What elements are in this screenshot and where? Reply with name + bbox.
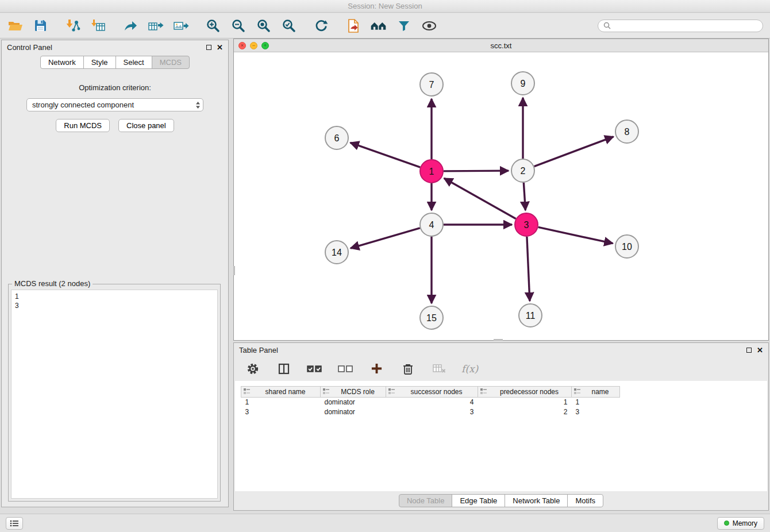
zoom-out-button[interactable] (230, 17, 247, 34)
table-row[interactable]: 1dominator411 (241, 398, 620, 407)
search-input[interactable] (614, 22, 757, 30)
refresh-icon (314, 18, 329, 33)
share-document-button[interactable] (345, 17, 361, 34)
delete-table-icon (432, 363, 446, 375)
window-titlebar: Session: New Session (0, 0, 770, 13)
export-network-button[interactable] (122, 17, 138, 34)
edge-1-2[interactable] (444, 171, 509, 171)
create-column-button[interactable] (368, 360, 385, 377)
splitter-handle-bottom[interactable] (494, 339, 503, 341)
tab-network[interactable]: Network (40, 56, 84, 69)
node-14[interactable]: 14 (325, 241, 348, 264)
memory-button[interactable]: Memory (717, 517, 764, 530)
table-cell[interactable]: 1 (478, 398, 572, 407)
node-table[interactable]: shared nameMCDS rolesuccessor nodesprede… (241, 386, 620, 417)
edge-3-10[interactable] (538, 227, 613, 243)
houses-button[interactable] (370, 17, 387, 34)
edge-3-11[interactable] (527, 237, 530, 301)
list-icon (10, 520, 19, 527)
float-panel-icon[interactable] (206, 45, 211, 50)
edge-2-3[interactable] (523, 183, 525, 210)
splitter-handle-left[interactable] (233, 266, 235, 275)
close-panel-icon[interactable]: ✕ (217, 44, 223, 51)
network-window: × − + scc.txt 7968124314101511 (233, 38, 769, 341)
refresh-layout-button[interactable] (313, 17, 329, 34)
window-minimize-button[interactable]: − (250, 42, 257, 49)
edge-1-6[interactable] (351, 142, 421, 167)
table-cell[interactable]: 3 (241, 407, 321, 417)
node-8[interactable]: 8 (615, 120, 638, 143)
edge-3-1[interactable] (444, 178, 516, 218)
control-panel-tabs: NetworkStyleSelectMCDS (2, 56, 228, 69)
close-panel-button[interactable]: Close panel (118, 119, 174, 132)
open-session-button[interactable] (7, 17, 24, 34)
table-row[interactable]: 3dominator323 (241, 407, 620, 417)
node-7[interactable]: 7 (420, 73, 443, 96)
table-cell[interactable]: 1 (572, 398, 620, 407)
tab-node-table[interactable]: Node Table (399, 494, 453, 507)
tab-motifs[interactable]: Motifs (567, 494, 603, 507)
show-columns-button[interactable] (275, 360, 292, 377)
deselect-all-columns-button[interactable] (337, 360, 354, 377)
window-close-button[interactable]: × (238, 42, 246, 49)
zoom-selected-button[interactable] (280, 17, 297, 34)
tab-network-table[interactable]: Network Table (505, 494, 568, 507)
main-toolbar (0, 13, 770, 38)
table-cell[interactable]: 3 (386, 407, 478, 417)
table-cell[interactable]: dominator (321, 398, 386, 407)
table-cell[interactable]: 4 (386, 398, 478, 407)
select-all-columns-button[interactable] (306, 360, 323, 377)
edge-4-14[interactable] (351, 228, 420, 248)
node-15[interactable]: 15 (420, 306, 443, 329)
window-zoom-button[interactable]: + (261, 42, 269, 49)
table-settings-button[interactable] (244, 360, 261, 377)
column-header-mcds-role[interactable]: MCDS role (321, 387, 386, 398)
run-mcds-button[interactable]: Run MCDS (56, 119, 110, 132)
zoom-in-button[interactable] (205, 17, 221, 34)
column-header-shared-name[interactable]: shared name (241, 387, 321, 398)
float-table-panel-icon[interactable] (746, 348, 752, 353)
network-canvas[interactable]: 7968124314101511 (234, 52, 768, 340)
import-network-button[interactable] (64, 17, 81, 34)
tab-style[interactable]: Style (83, 56, 116, 69)
delete-column-button[interactable] (399, 360, 416, 377)
edge-2-8[interactable] (534, 137, 614, 167)
column-header-predecessor-nodes[interactable]: predecessor nodes (478, 387, 572, 398)
tab-select[interactable]: Select (116, 56, 152, 69)
node-3[interactable]: 3 (515, 213, 538, 236)
close-table-panel-icon[interactable]: ✕ (757, 346, 763, 354)
node-10[interactable]: 10 (615, 235, 638, 258)
network-graph[interactable]: 7968124314101511 (234, 52, 768, 340)
svg-text:6: 6 (334, 133, 340, 143)
node-2[interactable]: 2 (511, 159, 534, 182)
node-6[interactable]: 6 (325, 126, 348, 149)
node-table-area: shared nameMCDS rolesuccessor nodesprede… (235, 381, 767, 491)
panel-menu-button[interactable] (6, 517, 23, 530)
export-image-button[interactable] (172, 17, 189, 34)
filter-button[interactable] (395, 17, 412, 34)
column-header-name[interactable]: name (572, 387, 620, 398)
export-table-button[interactable] (147, 17, 164, 34)
table-cell[interactable]: 3 (572, 407, 620, 417)
table-cell[interactable]: dominator (321, 407, 386, 417)
column-label: predecessor nodes (490, 388, 569, 396)
node-9[interactable]: 9 (511, 72, 534, 95)
zoom-fit-button[interactable] (255, 17, 272, 34)
table-cell[interactable]: 1 (241, 398, 321, 407)
node-11[interactable]: 11 (519, 304, 542, 327)
optimization-criterion-label: Optimization criterion: (2, 83, 228, 92)
optimization-dropdown[interactable]: strongly connected component (26, 98, 203, 111)
filter-icon (397, 19, 411, 33)
node-4[interactable]: 4 (420, 213, 443, 236)
node-1[interactable]: 1 (420, 160, 443, 183)
column-label: name (583, 388, 617, 396)
search-box[interactable] (598, 20, 763, 32)
column-header-successor-nodes[interactable]: successor nodes (386, 387, 478, 398)
table-cell[interactable]: 2 (478, 407, 572, 417)
tab-mcds[interactable]: MCDS (152, 56, 190, 69)
import-table-button[interactable] (90, 17, 106, 34)
svg-text:2: 2 (521, 166, 526, 176)
save-session-button[interactable] (32, 17, 49, 34)
tab-edge-table[interactable]: Edge Table (452, 494, 505, 507)
eye-button[interactable] (421, 17, 437, 34)
